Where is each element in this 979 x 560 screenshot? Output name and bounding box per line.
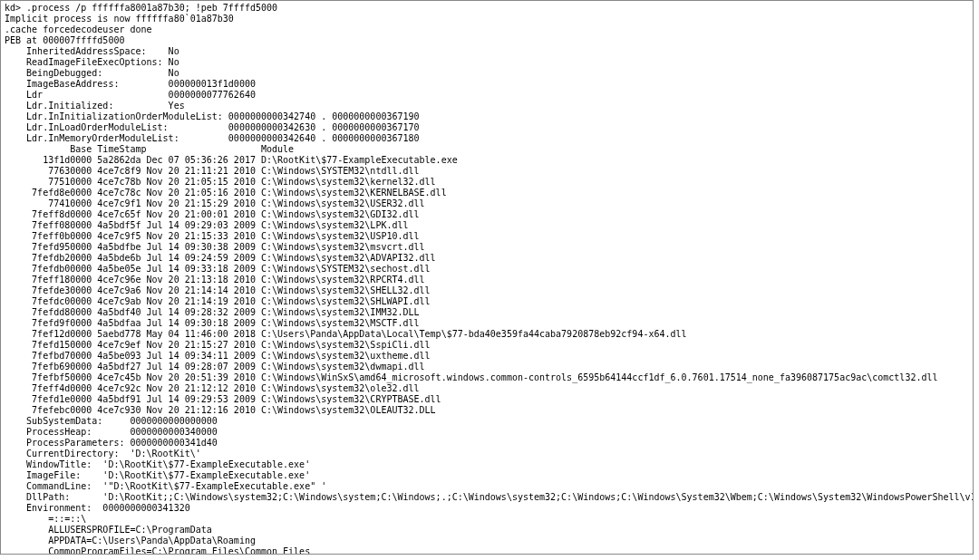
debugger-output: kd> .process /p ffffffa8001a87b30; !peb … [0, 0, 974, 555]
